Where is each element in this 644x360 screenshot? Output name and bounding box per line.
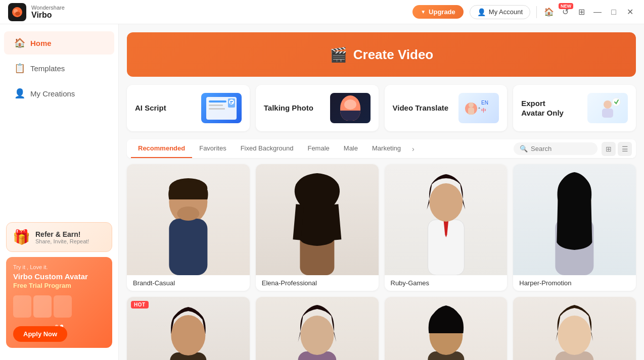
close-button[interactable]: ✕ [624,6,636,18]
separator [536,6,537,18]
sidebar-item-templates[interactable]: 📋 Templates [4,57,114,80]
refer-card[interactable]: 🎁 Refer & Earn! Share, Invite, Repeat! [6,222,112,252]
avatar-image-6 [256,297,379,360]
home-window-button[interactable]: 🏠 [543,6,555,18]
search-icon: 🔍 [520,145,528,152]
grid-view-button[interactable]: ⊞ [602,142,616,156]
feature-card-export-avatar[interactable]: Export Avatar Only [513,85,636,131]
avatar-name-harper: Harper-Promotion [513,275,636,291]
svg-text:EN: EN [481,100,488,106]
filter-tab-fixed-bg[interactable]: Fixed Background [234,139,301,158]
ai-script-label: AI Script [135,103,166,113]
svg-rect-10 [230,102,232,104]
filter-tab-female[interactable]: Female [300,139,336,158]
svg-point-16 [604,100,612,109]
custom-avatar-card[interactable]: Try it , Love it. Virbo Custom Avatar Fr… [6,257,112,348]
video-translate-label: Video Translate [393,103,449,113]
list-view-button[interactable]: ☰ [618,142,632,156]
avatar-image-brandt [127,164,250,275]
svg-rect-20 [169,219,207,275]
ai-script-image [201,93,242,123]
svg-point-26 [429,183,463,222]
avatar-card-8[interactable] [513,297,636,360]
avatar-name-ruby: Ruby-Games [385,275,508,291]
svg-point-32 [300,316,334,355]
sidebar-item-my-creations[interactable]: 👤 My Creations [4,82,114,105]
svg-point-18 [612,98,620,106]
svg-rect-5 [209,105,223,106]
svg-rect-17 [602,109,613,118]
filter-row: Recommended Favorites Fixed Background F… [127,139,636,158]
account-button[interactable]: 👤 My Account [470,5,530,19]
minimize-button[interactable]: — [591,6,604,18]
filter-arrow-icon[interactable]: › [410,141,417,157]
avatar-image-5: HOT [127,297,250,360]
maximize-button[interactable]: □ [608,6,620,18]
talking-photo-label: Talking Photo [264,103,313,113]
svg-point-36 [558,316,591,355]
help-icon-wrap: ↺ NEW [559,6,571,18]
svg-rect-4 [209,100,226,102]
templates-icon: 📋 [14,63,25,74]
svg-point-12 [469,102,474,108]
avatar-image-ruby [385,164,508,275]
avatar-image-8 [513,297,636,360]
avatar-image-7 [385,297,508,360]
title-bar: Wondershare Virbo Upgrade 👤 My Account 🏠… [0,0,644,24]
sidebar-item-home[interactable]: 🏠 Home [4,31,114,55]
home-icon-wrap: 🏠 [543,6,555,18]
content-inner: 🎬 Create Video AI Script [119,24,644,360]
avatar-grid: Brandt-Casual Elena-Professional [127,164,636,360]
refer-emoji: 🎁 [13,229,30,245]
avatar-name-elena: Elena-Professional [256,275,379,291]
svg-rect-6 [209,108,225,110]
window-controls: 🏠 ↺ NEW ⊞ — □ ✕ [543,6,636,18]
content-area: 🎬 Create Video AI Script [119,24,644,360]
video-translate-image: EN 中 [458,93,499,123]
create-video-icon: 🎬 [330,46,347,63]
avatar-image-harper [513,164,636,275]
filter-tab-male[interactable]: Male [337,139,365,158]
grid-button[interactable]: ⊞ [575,6,587,18]
avatar-image-elena [256,164,379,275]
svg-rect-13 [468,108,474,115]
feature-card-video-translate[interactable]: Video Translate EN 中 [385,85,508,131]
filter-tab-marketing[interactable]: Marketing [365,139,408,158]
sidebar-promos: 🎁 Refer & Earn! Share, Invite, Repeat! T… [0,216,118,354]
account-icon: 👤 [477,8,486,16]
view-toggle-buttons: ⊞ ☰ [602,142,632,156]
refer-text: Refer & Earn! Share, Invite, Repeat! [35,230,89,244]
feature-card-ai-script[interactable]: AI Script [127,85,250,131]
svg-point-30 [171,315,205,355]
filter-tab-recommended[interactable]: Recommended [131,139,192,158]
avatar-card-5[interactable]: HOT Loading... [127,297,250,360]
sidebar: 🏠 Home 📋 Templates 👤 My Creations 🎁 Refe… [0,24,119,360]
title-bar-actions: Upgrade 👤 My Account 🏠 ↺ NEW ⊞ — □ ✕ [412,5,636,19]
avatar-card-brandt[interactable]: Brandt-Casual [127,164,250,291]
svg-point-22 [177,207,199,221]
create-video-banner[interactable]: 🎬 Create Video [127,32,636,77]
export-avatar-image [587,93,628,123]
feature-card-talking-photo[interactable]: Talking Photo [256,85,379,131]
svg-point-2 [15,12,20,16]
new-badge: NEW [559,3,573,9]
app-name: Wondershare Virbo [31,5,65,20]
home-icon: 🏠 [14,37,25,48]
svg-rect-9 [230,101,233,102]
filter-tab-favorites[interactable]: Favorites [192,139,233,158]
avatar-card-harper[interactable]: Harper-Promotion [513,164,636,291]
avatar-card-ruby[interactable]: Ruby-Games [385,164,508,291]
search-input[interactable] [531,145,591,152]
upgrade-button[interactable]: Upgrade [412,5,464,19]
svg-text:中: 中 [481,108,486,113]
creations-icon: 👤 [14,88,25,99]
app-branding: Wondershare Virbo [8,3,65,21]
avatar-card-elena[interactable]: Elena-Professional [256,164,379,291]
avatar-card-6[interactable] [256,297,379,360]
main-layout: 🏠 Home 📋 Templates 👤 My Creations 🎁 Refe… [0,24,644,360]
talking-photo-image [330,93,371,123]
avatar-name-brandt: Brandt-Casual [127,275,250,291]
avatar-card-7[interactable] [385,297,508,360]
hot-badge: HOT [131,301,149,308]
apply-now-button[interactable]: Apply Now [13,326,67,342]
